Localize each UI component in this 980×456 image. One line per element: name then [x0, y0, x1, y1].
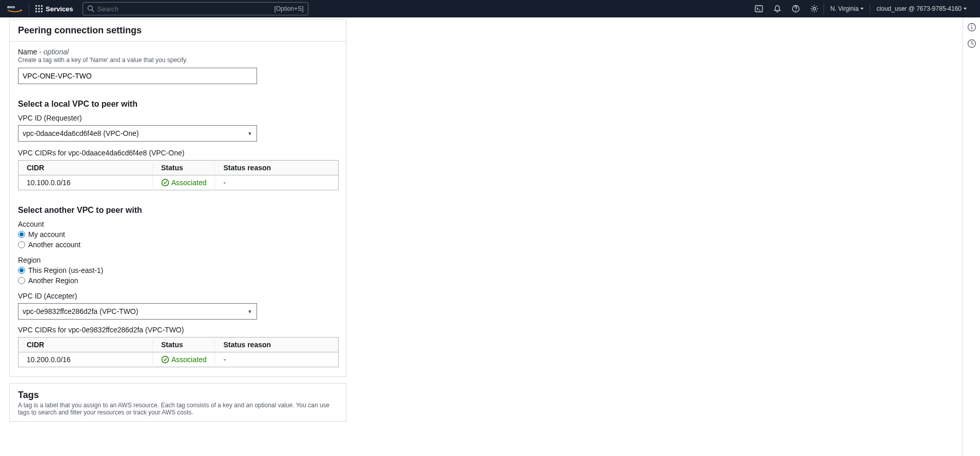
table-row: 10.100.0.0/16 Associated -: [18, 175, 339, 190]
peering-settings-panel: Peering connection settings Name - optio…: [9, 19, 346, 377]
th-cidr: CIDR: [18, 338, 153, 352]
th-reason: Status reason: [215, 161, 339, 175]
settings-icon[interactable]: [805, 0, 824, 17]
requester-cidr-heading: VPC CIDRs for vpc-0daace4da6cd6f4e8 (VPC…: [18, 149, 338, 157]
cloudshell-icon[interactable]: [750, 0, 768, 17]
region-label: Region: [18, 256, 338, 264]
services-label: Services: [46, 5, 73, 13]
tags-panel: Tags A tag is a label that you assign to…: [9, 383, 346, 422]
aws-logo[interactable]: aws: [7, 3, 29, 15]
diagnostics-icon[interactable]: [967, 39, 976, 48]
svg-rect-8: [35, 11, 37, 12]
tags-title: Tags: [18, 390, 338, 401]
svg-text:aws: aws: [7, 5, 15, 9]
radio-another-region[interactable]: Another Region: [18, 276, 338, 285]
check-circle-icon: [161, 179, 169, 187]
svg-rect-9: [38, 11, 40, 12]
th-status: Status: [153, 161, 215, 175]
account-radio-group: My account Another account: [18, 230, 338, 249]
svg-point-11: [88, 6, 92, 10]
cidr-cell: 10.200.0.0/16: [18, 352, 153, 367]
svg-rect-4: [41, 5, 43, 7]
radio-icon: [18, 267, 25, 274]
reason-cell: -: [215, 175, 339, 190]
svg-rect-7: [41, 8, 43, 10]
apps-grid-icon: [35, 5, 43, 12]
search-icon: [87, 5, 94, 12]
region-radio-group: This Region (us-east-1) Another Region: [18, 266, 338, 285]
radio-my-account[interactable]: My account: [18, 230, 338, 239]
right-help-rail: [963, 17, 980, 428]
top-nav: aws Services [Option+S] N. Virginia: [0, 0, 980, 17]
th-status: Status: [153, 338, 215, 352]
name-input[interactable]: [18, 68, 257, 84]
th-cidr: CIDR: [18, 161, 153, 175]
svg-rect-13: [755, 6, 762, 12]
another-vpc-heading: Select another VPC to peer with: [18, 206, 338, 215]
info-icon[interactable]: [967, 23, 976, 32]
accepter-vpc-select[interactable]: vpc-0e9832ffce286d2fa (VPC-TWO) ▼: [18, 303, 257, 320]
requester-label: VPC ID (Requester): [18, 114, 338, 122]
local-vpc-heading: Select a local VPC to peer with: [18, 100, 338, 109]
name-field-description: Create a tag with a key of 'Name' and a …: [18, 56, 338, 64]
notifications-icon[interactable]: [768, 0, 787, 17]
services-menu[interactable]: Services: [29, 5, 80, 13]
svg-rect-10: [41, 11, 43, 12]
region-selector[interactable]: N. Virginia: [824, 0, 870, 17]
status-cell: Associated: [153, 175, 215, 190]
chevron-down-icon: ▼: [247, 309, 252, 314]
radio-icon: [18, 231, 25, 238]
chevron-down-icon: [860, 8, 864, 10]
chevron-down-icon: [964, 8, 967, 10]
svg-line-12: [92, 10, 94, 12]
accepter-cidr-heading: VPC CIDRs for vpc-0e9832ffce286d2fa (VPC…: [18, 326, 338, 334]
svg-rect-3: [38, 5, 40, 7]
account-label: Account: [18, 220, 338, 228]
reason-cell: -: [215, 352, 339, 367]
search-input[interactable]: [97, 5, 275, 13]
svg-rect-6: [38, 8, 40, 10]
radio-icon: [18, 277, 25, 284]
accepter-label: VPC ID (Accepter): [18, 292, 338, 300]
global-search[interactable]: [Option+S]: [83, 2, 308, 15]
requester-vpc-select[interactable]: vpc-0daace4da6cd6f4e8 (VPC-One) ▼: [18, 125, 257, 142]
svg-point-17: [813, 8, 816, 10]
panel-title: Peering connection settings: [10, 20, 346, 42]
name-field-label: Name - optional: [18, 48, 338, 56]
search-shortcut-hint: [Option+S]: [274, 5, 303, 12]
accepter-cidr-table: CIDR Status Status reason 10.200.0.0/16 …: [18, 337, 339, 367]
account-menu[interactable]: cloud_user @ 7673-9785-4160: [870, 0, 973, 17]
chevron-down-icon: ▼: [247, 131, 252, 136]
accepter-vpc-value: vpc-0e9832ffce286d2fa (VPC-TWO): [23, 307, 138, 315]
check-circle-icon: [161, 355, 169, 364]
requester-cidr-table: CIDR Status Status reason 10.100.0.0/16 …: [18, 160, 339, 190]
help-icon[interactable]: [787, 0, 805, 17]
requester-vpc-value: vpc-0daace4da6cd6f4e8 (VPC-One): [23, 129, 139, 137]
tags-description: A tag is a label that you assign to an A…: [18, 402, 331, 416]
svg-point-16: [795, 10, 796, 11]
svg-rect-2: [35, 5, 37, 7]
radio-icon: [18, 241, 25, 248]
account-label: cloud_user @ 7673-9785-4160: [876, 5, 962, 12]
radio-this-region[interactable]: This Region (us-east-1): [18, 266, 338, 274]
svg-rect-5: [35, 8, 37, 10]
radio-another-account[interactable]: Another account: [18, 241, 338, 249]
th-reason: Status reason: [215, 338, 339, 352]
region-label: N. Virginia: [830, 5, 858, 12]
status-cell: Associated: [153, 352, 215, 367]
table-row: 10.200.0.0/16 Associated -: [18, 352, 339, 367]
cidr-cell: 10.100.0.0/16: [18, 175, 153, 190]
svg-point-21: [971, 25, 972, 26]
